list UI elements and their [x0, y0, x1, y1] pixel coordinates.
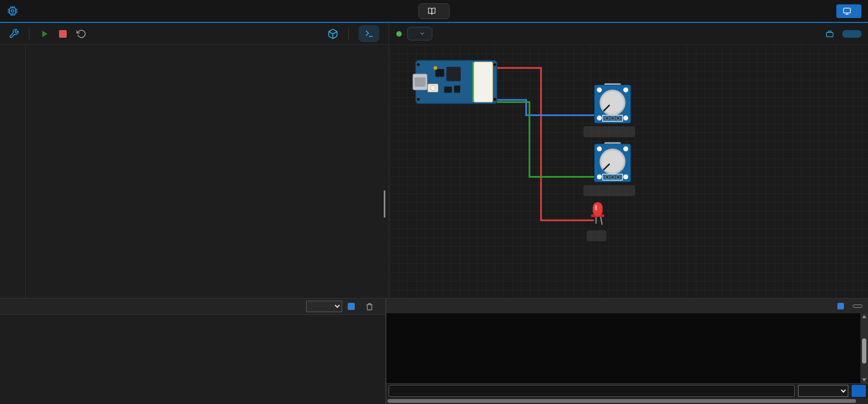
toolbar-separator — [348, 28, 349, 39]
wire-green[interactable] — [494, 102, 595, 177]
parts-box-icon — [825, 30, 834, 38]
brand — [7, 5, 24, 17]
wire-red[interactable] — [497, 68, 594, 220]
serial-input-row — [386, 383, 868, 398]
add-part-button[interactable] — [842, 30, 861, 38]
output-log — [0, 315, 385, 404]
led[interactable] — [591, 202, 604, 225]
restart-button[interactable] — [77, 29, 86, 39]
play-icon — [39, 29, 49, 39]
terminal-panel-button[interactable] — [359, 25, 379, 42]
minimap[interactable] — [336, 45, 380, 298]
output-header — [0, 298, 385, 315]
panel-resize-handle[interactable] — [384, 190, 385, 218]
led-label — [587, 230, 606, 241]
serial-output — [386, 313, 860, 383]
clear-button[interactable] — [853, 305, 863, 308]
running-status-dot — [396, 31, 402, 37]
arduino-emulator-app: ✕ — [0, 0, 868, 404]
serial-toggle-button[interactable] — [836, 4, 861, 18]
serial-horizontal-scrollbar[interactable] — [386, 398, 868, 404]
device-select[interactable] — [407, 27, 432, 40]
autoscroll-checkbox[interactable] — [837, 303, 844, 309]
tools-wrench-button[interactable] — [9, 28, 19, 39]
run-button[interactable] — [39, 29, 49, 39]
book-open-icon — [428, 7, 436, 15]
terminal-icon — [365, 29, 374, 38]
serial-message-input[interactable] — [389, 385, 795, 397]
scroll-down-arrow-icon[interactable] — [862, 378, 866, 382]
serial-monitor-panel — [385, 298, 868, 404]
stop-button[interactable] — [59, 30, 67, 38]
cube-icon — [327, 28, 338, 39]
wrench-icon — [9, 28, 19, 39]
pico-board[interactable]: ✕ — [413, 60, 497, 104]
horizontal-scrollbar-thumb[interactable] — [388, 399, 856, 403]
chevron-down-icon — [419, 31, 425, 37]
code-editor[interactable] — [0, 45, 388, 298]
toolbar-separator — [29, 28, 30, 39]
editor-toolbar — [0, 23, 388, 45]
trash-icon[interactable] — [366, 303, 373, 311]
line-ending-select[interactable] — [798, 385, 848, 397]
serial-scrollbar[interactable] — [860, 313, 868, 383]
auto-checkbox[interactable] — [348, 303, 355, 310]
scrollbar-thumb[interactable] — [862, 338, 866, 364]
output-panel — [0, 298, 385, 404]
potentiometer-2[interactable] — [594, 142, 630, 181]
circuit-pane: ✕ — [388, 23, 868, 298]
top-bar — [0, 0, 868, 23]
chip-logo-icon — [7, 5, 19, 17]
potentiometer-2-label — [583, 185, 635, 196]
output-filter-select[interactable] — [306, 301, 342, 312]
potentiometer-1[interactable] — [594, 83, 630, 122]
gutter-divider — [25, 45, 26, 298]
potentiometer-1-label — [583, 126, 635, 137]
examples-button[interactable] — [419, 3, 450, 19]
view-3d-button[interactable] — [327, 28, 338, 39]
circuit-canvas[interactable]: ✕ — [390, 45, 868, 298]
stop-icon — [59, 30, 67, 38]
restart-icon — [77, 29, 86, 39]
editor-pane — [0, 23, 388, 298]
scrollbar-track[interactable] — [860, 318, 868, 378]
device-bar — [390, 23, 868, 45]
serial-monitor-header — [386, 298, 868, 313]
send-button[interactable] — [852, 385, 866, 397]
parts-count — [825, 30, 837, 38]
monitor-icon — [843, 7, 851, 15]
